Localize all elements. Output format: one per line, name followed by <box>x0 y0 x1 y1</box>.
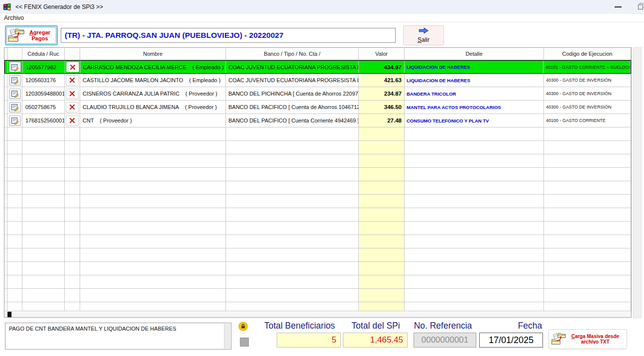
cell-valor: 421.63 <box>359 74 405 87</box>
lock-button[interactable] <box>238 322 248 331</box>
header-nombre: Nombre <box>80 48 226 60</box>
agregar-pagos-label-line1: Agregar <box>24 29 55 35</box>
total-spi-field: 1,465.45 <box>343 333 408 348</box>
delete-row-button[interactable] <box>66 102 79 113</box>
cell-codigo: 40100 - GASTO CORRIENTE <box>544 114 631 127</box>
cell-cedula: 1203059488001 <box>22 87 65 100</box>
table-row[interactable]: 1203059488001 CISNEROS CARRANZA JULIA PA… <box>4 87 631 101</box>
cell-valor: 434.97 <box>359 61 405 73</box>
salir-button[interactable]: Salir <box>403 25 444 45</box>
delete-x-icon <box>70 64 76 70</box>
cell-nombre: CASTILLO JACOME MARLON JACINTO ( Emplead… <box>80 74 226 87</box>
edit-form-icon <box>11 63 19 71</box>
minimize-icon <box>615 6 622 7</box>
total-spi-label: Total del SPi <box>343 321 408 331</box>
app-window: << FENIX Generador de SPi3 >> Archivo Ag… <box>0 0 644 356</box>
vertical-scrollbar[interactable] <box>633 47 642 318</box>
cell-cedula: 0502758675 <box>22 101 65 114</box>
table-row[interactable]: 1205577982 CARRASCO MENDOZA CECILIA MERC… <box>4 60 631 74</box>
edit-row-button[interactable] <box>9 62 21 72</box>
observation-text: PAGO DE CNT BANDERA MANTEL Y LIQUIDACION… <box>9 326 176 332</box>
minimize-button[interactable] <box>608 0 628 14</box>
header-banco: Banco / Tipo / No. Cta / <box>226 48 359 60</box>
delete-x-icon <box>69 104 75 110</box>
table-header-row: Cédula / Ruc Nombre Banco / Tipo / No. C… <box>4 48 631 60</box>
cell-codigo: 40300 - GASTO DE INVERSIÓN <box>544 101 631 114</box>
table-row[interactable]: 1768152560001 CNT ( Proveedor ) BANCO DE… <box>4 114 631 127</box>
app-logo-icon <box>3 3 11 11</box>
agregar-pagos-button[interactable]: Agregar Pagos <box>5 25 58 45</box>
cell-banco: COAC JUVENTUD ECUATORIANA PROGRESISTA LT… <box>226 61 359 73</box>
cell-detalle: BANDERA TRICOLOR <box>405 87 544 100</box>
cell-codigo: 40300 - GASTO DE INVERSIÓN <box>544 74 631 87</box>
cell-banco: BANCO DEL PICHINCHA [ Cuenta de Ahorros … <box>226 87 359 100</box>
table-row[interactable]: 1205603176 CASTILLO JACOME MARLON JACINT… <box>4 74 631 87</box>
cell-codigo: 40300 - GASTO DE INVERSIÓN <box>544 87 631 100</box>
edit-row-button[interactable] <box>9 75 21 86</box>
empty-table-row <box>4 262 631 275</box>
add-payments-folder-icon <box>7 27 24 44</box>
observation-textarea[interactable]: PAGO DE CNT BANDERA MANTEL Y LIQUIDACION… <box>5 323 231 350</box>
cell-detalle: LIQUIDACION DE HABERES <box>405 74 544 87</box>
referencia-field: 0000000001 <box>414 333 476 348</box>
menu-bar: Archivo <box>0 14 644 22</box>
menu-archivo[interactable]: Archivo <box>4 14 24 21</box>
empty-table-row <box>4 235 631 248</box>
empty-table-row <box>4 289 631 302</box>
horizontal-scrollbar-thumb[interactable] <box>7 312 11 317</box>
cell-detalle: CONSUMO TELEFONICO Y PLAN TV <box>405 114 544 127</box>
cell-cedula: 1205577982 <box>23 61 65 73</box>
horizontal-scrollbar[interactable] <box>4 311 631 317</box>
cell-cedula: 1768152560001 <box>22 114 65 127</box>
header-valor: Valor <box>359 48 405 60</box>
table-row[interactable]: 0502758675 CLAUDIO TRUJILLO BLANCA JIMEN… <box>4 101 631 114</box>
empty-table-row <box>4 127 631 141</box>
total-beneficiarios-field: 5 <box>277 333 341 348</box>
edit-row-button[interactable] <box>9 116 21 126</box>
titlebar: << FENIX Generador de SPi3 >> <box>0 0 644 14</box>
fecha-field[interactable]: 17/01/2025 <box>479 333 543 348</box>
header-detalle: Detalle <box>405 48 544 60</box>
header-selector <box>7 48 22 60</box>
delete-row-button[interactable] <box>66 116 79 126</box>
cell-nombre: CNT ( Proveedor ) <box>80 114 226 127</box>
delete-row-button[interactable] <box>66 75 79 86</box>
maximize-button[interactable] <box>635 0 644 14</box>
empty-table-row <box>4 222 631 235</box>
delete-row-button[interactable] <box>66 62 79 72</box>
header-cedula: Cédula / Ruc <box>22 48 65 60</box>
empty-table-row <box>4 195 631 208</box>
cell-detalle: MANTEL PARA ACTOS PROTOCOLARIOS <box>405 101 544 114</box>
header-codigo: Codigo de Ejecucion <box>544 48 631 60</box>
delete-row-button[interactable] <box>66 89 79 99</box>
empty-table-row <box>4 275 631 289</box>
gray-square-button[interactable] <box>240 338 249 347</box>
edit-form-icon <box>11 117 19 124</box>
empty-table-row <box>4 141 631 154</box>
entity-title-field[interactable]: (TR) - JTA. PARROQ.SAN JUAN (PUEBLOVIEJO… <box>61 28 396 43</box>
cell-detalle: LIQUIDACION DE HABERES <box>405 61 544 73</box>
window-title: << FENIX Generador de SPi3 >> <box>15 3 103 10</box>
cell-valor: 234.87 <box>359 87 405 100</box>
delete-x-icon <box>69 118 75 123</box>
payments-table: Cédula / Ruc Nombre Banco / Tipo / No. C… <box>4 47 632 318</box>
cell-banco: BANCO DEL PACIFICO [ Cuenta Corriente 49… <box>226 114 359 127</box>
edit-form-icon <box>11 103 19 111</box>
referencia-label: No. Referencia <box>408 321 478 331</box>
cell-codigo: 40101 - GASTO CORRIENTE – SUELDOS <box>543 61 631 73</box>
observation-scrollbar[interactable] <box>224 324 230 349</box>
empty-table-row <box>4 248 631 262</box>
edit-form-icon <box>11 90 19 98</box>
delete-x-icon <box>69 91 75 97</box>
empty-table-row <box>4 168 631 181</box>
cell-valor: 27.48 <box>359 114 405 127</box>
empty-table-row <box>4 302 631 311</box>
carga-masiva-button[interactable]: Carga Masiva desde archivo TXT <box>548 329 627 349</box>
edit-row-button[interactable] <box>9 102 21 113</box>
salir-label: Salir <box>418 36 429 43</box>
total-beneficiarios-label: Total Beneficiarios <box>258 321 341 331</box>
cell-banco: BANCO DEL PACIFICO [ Cuenta de Ahorros 1… <box>226 101 359 114</box>
exit-arrow-icon <box>418 27 429 35</box>
edit-form-icon <box>11 76 19 84</box>
edit-row-button[interactable] <box>9 89 21 99</box>
